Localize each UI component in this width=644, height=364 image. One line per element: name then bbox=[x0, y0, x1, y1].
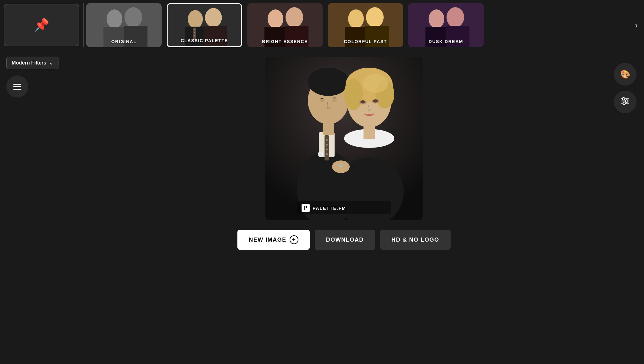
svg-point-36 bbox=[326, 148, 328, 150]
filter-dropdown-label: Modern Filters bbox=[12, 60, 46, 66]
svg-point-55 bbox=[373, 99, 378, 103]
pinned-slot[interactable]: 📌 bbox=[4, 4, 79, 46]
svg-point-69 bbox=[623, 102, 625, 104]
svg-rect-56 bbox=[364, 125, 375, 139]
svg-point-54 bbox=[360, 100, 365, 104]
new-image-button[interactable]: NEW IMAGE + bbox=[237, 230, 310, 250]
main-image-container: P PALETTE.FM bbox=[265, 57, 423, 220]
center-area: P PALETTE.FM NEW IMAGE + DOWNLOAD HD & N… bbox=[82, 50, 606, 364]
svg-point-20 bbox=[348, 9, 364, 28]
filter-item-colorful-past[interactable]: COLORFUL PAST bbox=[328, 3, 403, 47]
svg-point-16 bbox=[286, 7, 303, 27]
left-sidebar: Modern Filters ⌄ bbox=[0, 50, 82, 364]
right-sidebar: 🎨 bbox=[606, 50, 644, 364]
dropdown-arrow-icon: ⌄ bbox=[49, 60, 53, 65]
filter-label-original: ORIGINAL bbox=[86, 39, 162, 44]
sliders-icon bbox=[620, 96, 630, 108]
svg-point-13 bbox=[194, 35, 195, 36]
filter-item-dusk-dream[interactable]: DUSK DREAM bbox=[408, 3, 484, 47]
svg-point-41 bbox=[308, 68, 349, 96]
chevron-right-icon[interactable]: › bbox=[635, 20, 638, 30]
main-image: P PALETTE.FM bbox=[265, 57, 423, 220]
svg-text:PALETTE.FM: PALETTE.FM bbox=[313, 206, 346, 211]
filter-label-dusk-dream: DUSK DREAM bbox=[408, 39, 484, 44]
svg-point-67 bbox=[625, 100, 628, 102]
svg-point-42 bbox=[319, 99, 325, 102]
hamburger-button[interactable] bbox=[6, 76, 28, 98]
modern-filters-dropdown[interactable]: Modern Filters ⌄ bbox=[6, 57, 58, 69]
top-filter-bar: 📌 ORIGINAL bbox=[0, 0, 644, 50]
svg-point-1 bbox=[107, 9, 122, 28]
svg-point-6 bbox=[188, 10, 203, 28]
svg-point-7 bbox=[205, 8, 222, 27]
svg-point-25 bbox=[429, 9, 444, 28]
svg-point-26 bbox=[447, 7, 464, 27]
svg-point-12 bbox=[194, 32, 195, 33]
svg-point-15 bbox=[268, 9, 283, 28]
svg-point-49 bbox=[344, 79, 363, 110]
sliders-tool-button[interactable] bbox=[614, 91, 636, 113]
hd-no-logo-label: HD & NO LOGO bbox=[391, 237, 439, 243]
svg-point-35 bbox=[326, 144, 328, 146]
svg-point-21 bbox=[366, 7, 384, 27]
svg-point-34 bbox=[326, 139, 328, 141]
new-image-label: NEW IMAGE bbox=[249, 237, 286, 243]
main-content: Modern Filters ⌄ bbox=[0, 50, 644, 364]
svg-point-39 bbox=[319, 153, 322, 156]
palette-tool-button[interactable]: 🎨 bbox=[614, 63, 636, 86]
filter-label-bright-essence: BRIGHT ESSENCE bbox=[247, 39, 323, 44]
svg-point-11 bbox=[194, 29, 195, 30]
svg-point-37 bbox=[326, 153, 328, 155]
hamburger-line-1 bbox=[13, 84, 21, 85]
download-button[interactable]: DOWNLOAD bbox=[315, 230, 375, 250]
bottom-buttons: NEW IMAGE + DOWNLOAD HD & NO LOGO bbox=[237, 230, 450, 250]
hamburger-line-3 bbox=[13, 89, 21, 90]
filter-label-classic-palette: CLASSIC PALETTE bbox=[168, 38, 241, 43]
filter-item-original[interactable]: ORIGINAL bbox=[86, 3, 162, 47]
plus-icon: + bbox=[290, 235, 298, 244]
filter-label-colorful-past: COLORFUL PAST bbox=[328, 39, 403, 44]
pin-icon: 📌 bbox=[34, 18, 49, 32]
hd-no-logo-button[interactable]: HD & NO LOGO bbox=[380, 230, 451, 250]
filter-item-bright-essence[interactable]: BRIGHT ESSENCE bbox=[247, 3, 323, 47]
svg-point-51 bbox=[363, 74, 388, 93]
filter-items-list: ORIGINAL CLASSIC PALETTE bbox=[84, 0, 644, 50]
download-label: DOWNLOAD bbox=[326, 237, 364, 243]
svg-rect-44 bbox=[323, 120, 334, 135]
svg-point-43 bbox=[332, 99, 337, 102]
svg-text:P: P bbox=[303, 205, 307, 211]
hamburger-line-2 bbox=[13, 86, 21, 87]
svg-point-2 bbox=[125, 7, 142, 27]
svg-point-59 bbox=[340, 164, 342, 166]
filter-item-classic-palette[interactable]: CLASSIC PALETTE bbox=[167, 3, 242, 47]
svg-point-65 bbox=[622, 98, 625, 100]
palette-icon: 🎨 bbox=[620, 70, 630, 79]
